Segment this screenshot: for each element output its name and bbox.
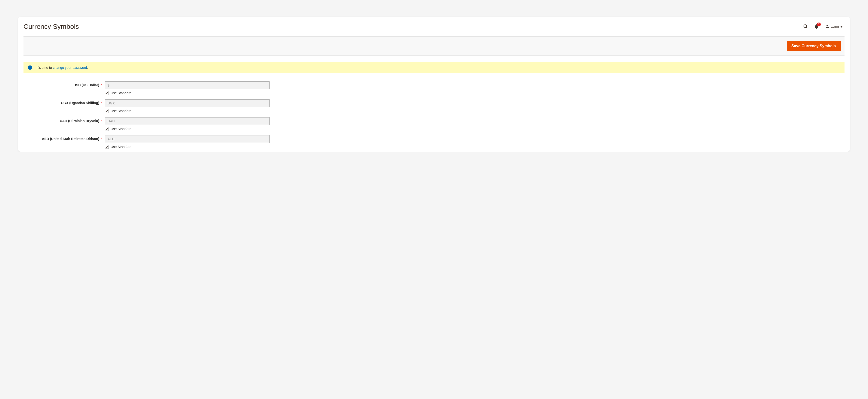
currency-row: UAH (Ukrainian Hryvnia)*Use Standard xyxy=(24,113,844,131)
currency-row: UGX (Ugandan Shilling)*Use Standard xyxy=(24,95,844,113)
password-notice: It's time to change your password. xyxy=(24,62,844,73)
currency-row: AED (United Arab Emirates Dirham)*Use St… xyxy=(24,131,844,149)
use-standard-checkbox[interactable] xyxy=(105,145,109,149)
actions-toolbar: Save Currency Symbols xyxy=(24,36,844,56)
use-standard-option[interactable]: Use Standard xyxy=(105,127,270,131)
currency-symbol-input[interactable] xyxy=(105,82,270,89)
use-standard-label: Use Standard xyxy=(111,145,131,149)
currency-symbol-input[interactable] xyxy=(105,99,270,107)
admin-account-menu[interactable]: admin xyxy=(825,24,843,29)
currency-label-text: USD (US Dollar) xyxy=(73,83,99,87)
currency-control: Use Standard xyxy=(105,135,270,149)
page-title: Currency Symbols xyxy=(24,23,79,31)
currency-label: UGX (Ugandan Shilling)* xyxy=(24,99,105,113)
currency-control: Use Standard xyxy=(105,99,270,113)
notification-badge: 1 xyxy=(817,23,821,26)
svg-point-0 xyxy=(804,25,807,27)
required-mark: * xyxy=(101,119,102,123)
currency-label: UAH (Ukrainian Hryvnia)* xyxy=(24,117,105,131)
user-icon xyxy=(825,24,830,29)
required-mark: * xyxy=(101,83,102,87)
currency-form: USD (US Dollar)*Use StandardUGX (Ugandan… xyxy=(24,78,844,149)
use-standard-label: Use Standard xyxy=(111,91,131,95)
notice-prefix: It's time to xyxy=(37,66,53,69)
svg-line-1 xyxy=(806,27,807,28)
use-standard-option[interactable]: Use Standard xyxy=(105,109,270,113)
currency-control: Use Standard xyxy=(105,82,270,95)
search-icon xyxy=(803,24,808,30)
notice-text: It's time to change your password. xyxy=(37,66,88,69)
use-standard-checkbox[interactable] xyxy=(105,109,109,113)
change-password-link[interactable]: change your password xyxy=(53,66,87,69)
info-icon xyxy=(28,65,32,70)
main-panel: Currency Symbols 1 admin xyxy=(18,17,850,152)
svg-rect-3 xyxy=(30,67,30,69)
header-actions: 1 admin xyxy=(803,24,843,30)
search-button[interactable] xyxy=(803,24,808,30)
page-header: Currency Symbols 1 admin xyxy=(18,17,850,36)
use-standard-checkbox[interactable] xyxy=(105,91,109,95)
currency-symbol-input[interactable] xyxy=(105,135,270,143)
notice-suffix: . xyxy=(87,66,88,69)
currency-label: USD (US Dollar)* xyxy=(24,82,105,95)
use-standard-checkbox[interactable] xyxy=(105,127,109,131)
use-standard-label: Use Standard xyxy=(111,127,131,131)
currency-symbol-input[interactable] xyxy=(105,117,270,125)
use-standard-option[interactable]: Use Standard xyxy=(105,91,270,95)
currency-label-text: AED (United Arab Emirates Dirham) xyxy=(42,137,99,141)
currency-control: Use Standard xyxy=(105,117,270,131)
save-button[interactable]: Save Currency Symbols xyxy=(786,41,841,51)
required-mark: * xyxy=(101,137,102,141)
currency-label-text: UAH (Ukrainian Hryvnia) xyxy=(60,119,99,123)
use-standard-label: Use Standard xyxy=(111,109,131,113)
currency-label-text: UGX (Ugandan Shilling) xyxy=(61,101,99,105)
currency-label: AED (United Arab Emirates Dirham)* xyxy=(24,135,105,149)
notifications-button[interactable]: 1 xyxy=(814,24,819,30)
chevron-down-icon xyxy=(840,25,843,28)
required-mark: * xyxy=(101,101,102,105)
svg-point-4 xyxy=(30,66,30,67)
currency-row: USD (US Dollar)*Use Standard xyxy=(24,78,844,95)
use-standard-option[interactable]: Use Standard xyxy=(105,145,270,149)
admin-username: admin xyxy=(831,25,839,28)
